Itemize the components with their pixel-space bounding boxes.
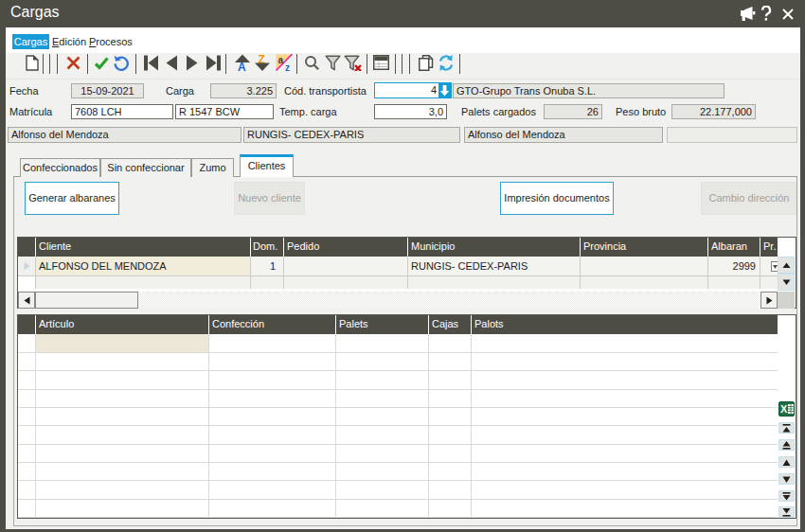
svg-text:A: A	[238, 61, 246, 72]
svg-text:a: a	[278, 55, 284, 65]
svg-text:z: z	[285, 62, 290, 72]
svg-text:X: X	[780, 403, 788, 415]
